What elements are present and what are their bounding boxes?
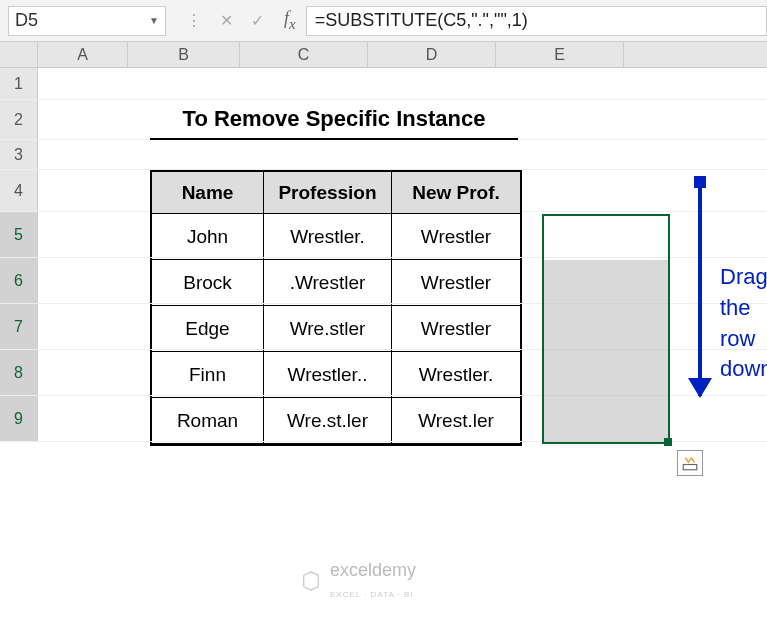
table-header-row: Name Profession New Prof. <box>152 172 520 214</box>
autofill-options-button[interactable] <box>677 450 703 476</box>
row-header-2[interactable]: 2 <box>0 100 38 139</box>
header-new-prof[interactable]: New Prof. <box>392 172 520 214</box>
spreadsheet-grid: A B C D E 1 2 To Remove Specific Instanc… <box>0 42 767 442</box>
drag-line1: Drag the <box>720 264 767 320</box>
header-profession[interactable]: Profession <box>264 172 392 214</box>
formula-bar-buttons: ⋮ ✕ ✓ <box>176 11 274 30</box>
autofill-icon <box>681 454 699 472</box>
row-header-4[interactable]: 4 <box>0 170 38 211</box>
watermark-brand: exceldemy <box>330 560 416 580</box>
cell-reference: D5 <box>15 10 38 31</box>
watermark-tagline: EXCEL · DATA · BI <box>330 590 414 599</box>
formula-bar: D5 ▼ ⋮ ✕ ✓ fx =SUBSTITUTE(C5,".","",1) <box>0 0 767 42</box>
page-title: To Remove Specific Instance <box>150 100 518 140</box>
svg-rect-0 <box>683 465 697 470</box>
watermark: exceldemy EXCEL · DATA · BI <box>300 560 416 602</box>
name-box[interactable]: D5 ▼ <box>8 6 166 36</box>
drag-instruction: Drag the row down <box>720 262 767 385</box>
drag-line2: row down <box>720 326 767 382</box>
enter-icon[interactable]: ✓ <box>251 11 264 30</box>
row-header-9[interactable]: 9 <box>0 396 38 441</box>
select-all-corner[interactable] <box>0 42 38 67</box>
row-header-8[interactable]: 8 <box>0 350 38 395</box>
drag-arrow <box>698 180 702 396</box>
cancel-icon[interactable]: ✕ <box>220 11 233 30</box>
column-headers: A B C D E <box>0 42 767 68</box>
row-header-3[interactable]: 3 <box>0 140 38 169</box>
col-header-B[interactable]: B <box>128 42 240 67</box>
dots-icon: ⋮ <box>186 11 202 30</box>
watermark-logo-icon <box>300 570 322 592</box>
row-header-1[interactable]: 1 <box>0 68 38 99</box>
row-header-6[interactable]: 6 <box>0 258 38 303</box>
name-box-dropdown-icon[interactable]: ▼ <box>149 15 159 26</box>
fx-label[interactable]: fx <box>274 8 306 33</box>
col-header-D[interactable]: D <box>368 42 496 67</box>
col-header-C[interactable]: C <box>240 42 368 67</box>
formula-input[interactable]: =SUBSTITUTE(C5,".","",1) <box>306 6 767 36</box>
header-name[interactable]: Name <box>152 172 264 214</box>
row-header-7[interactable]: 7 <box>0 304 38 349</box>
col-header-E[interactable]: E <box>496 42 624 67</box>
formula-text: =SUBSTITUTE(C5,".","",1) <box>315 10 528 31</box>
row-header-5[interactable]: 5 <box>0 212 38 257</box>
col-header-A[interactable]: A <box>38 42 128 67</box>
